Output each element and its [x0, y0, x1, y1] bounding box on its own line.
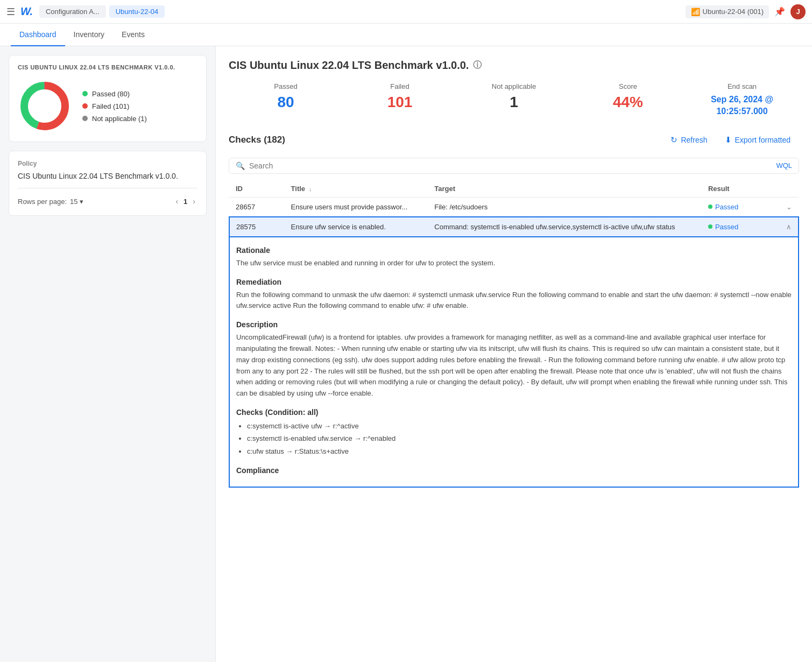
row2-result-label: Passed	[715, 223, 738, 231]
passed-label: Passed (80)	[92, 90, 130, 98]
row1-expand-icon[interactable]: ⌄	[778, 203, 792, 211]
stat-na: Not applicable 1	[457, 82, 571, 118]
main-layout: CIS UBUNTU LINUX 22.04 LTS BENCHMARK V1.…	[0, 46, 812, 662]
search-input[interactable]	[249, 161, 772, 170]
policy-value: CIS Ubuntu Linux 22.04 LTS Benchmark v1.…	[18, 172, 197, 188]
refresh-button[interactable]: ↻ Refresh	[662, 131, 716, 149]
info-icon[interactable]: ⓘ	[473, 60, 482, 71]
compliance-title: Compliance	[236, 466, 792, 475]
row2-passed-dot	[708, 224, 712, 229]
row1-result-label: Passed	[715, 203, 738, 211]
sort-title-icon: ↓	[309, 186, 312, 192]
donut-chart	[18, 79, 72, 133]
stat-failed-label: Failed	[343, 82, 457, 90]
wql-button[interactable]: WQL	[776, 161, 792, 170]
row1-title: Ensure users must provide passwor...	[285, 197, 428, 217]
row2-collapse-icon[interactable]: ∧	[778, 223, 792, 231]
checks-actions: ↻ Refresh ⬇ Export formatted	[662, 131, 799, 149]
wifi-icon: 📶	[691, 8, 700, 16]
row1-target: File: /etc/sudoers	[428, 197, 702, 217]
row2-target-label: Command:	[434, 223, 469, 231]
breadcrumb: Configuration A... Ubuntu-22-04	[39, 5, 686, 18]
chart-legend: Passed (80) Failed (101) Not applicable …	[82, 90, 147, 123]
search-icon: 🔍	[236, 161, 245, 170]
failed-label: Failed (101)	[92, 102, 129, 110]
chart-area: Passed (80) Failed (101) Not applicable …	[18, 79, 197, 133]
export-button[interactable]: ⬇ Export formatted	[716, 131, 800, 149]
row2-title: Ensure ufw service is enabled.	[285, 217, 428, 237]
row1-id: 28657	[229, 197, 285, 217]
col-result: Result	[702, 180, 799, 198]
search-bar: 🔍 WQL	[229, 158, 799, 174]
row2-result-passed: Passed ∧	[708, 223, 792, 231]
page-number: 1	[183, 198, 187, 206]
na-label: Not applicable (1)	[92, 115, 147, 123]
content-title-row: CIS Ubuntu Linux 22.04 LTS Benchmark v1.…	[229, 59, 799, 72]
description-text: UncomplicatedFirewall (ufw) is a fronten…	[236, 332, 792, 399]
remediation-title: Remediation	[236, 278, 792, 286]
check-item-1: c:systemctl is-active ufw → r:^active	[247, 420, 792, 432]
logo: W.	[20, 5, 33, 18]
nav-inventory[interactable]: Inventory	[65, 24, 114, 46]
checks-title: Checks (182)	[229, 135, 285, 145]
row1-result: Passed ⌄	[702, 197, 799, 217]
stat-score: Score 44%	[571, 82, 685, 118]
breadcrumb-tab-config[interactable]: Configuration A...	[39, 5, 106, 18]
policy-card: Policy CIS Ubuntu Linux 22.04 LTS Benchm…	[9, 151, 207, 216]
stat-score-value: 44%	[571, 94, 685, 111]
node-label: Ubuntu-22-04 (001)	[703, 8, 764, 16]
col-id: ID	[229, 180, 285, 198]
policy-label: Policy	[18, 160, 197, 167]
checks-condition-list: c:systemctl is-active ufw → r:^active c:…	[247, 420, 792, 457]
legend-na: Not applicable (1)	[82, 115, 147, 123]
stat-end-scan-label: End scan	[685, 82, 799, 90]
rows-label: Rows per page:	[18, 198, 67, 206]
row1-result-passed: Passed ⌄	[708, 203, 792, 211]
check-item-2: c:systemctl is-enabled ufw.service → r:^…	[247, 432, 792, 445]
breadcrumb-tab-ubuntu[interactable]: Ubuntu-22-04	[109, 5, 165, 18]
checks-table: ID Title ↓ Target Result 28657 Ensure us…	[229, 180, 799, 488]
pagination-row: Rows per page: 15 ▾ ‹ 1 ›	[18, 196, 197, 207]
pin-icon[interactable]: 📌	[774, 6, 785, 17]
detail-section: Rationale The ufw service must be enable…	[230, 246, 798, 487]
expanded-detail-cell: Rationale The ufw service must be enable…	[229, 237, 799, 487]
stat-na-value: 1	[457, 94, 571, 111]
legend-passed: Passed (80)	[82, 90, 147, 98]
prev-page-button[interactable]: ‹	[173, 196, 180, 207]
export-icon: ⬇	[725, 135, 732, 145]
table-row[interactable]: 28657 Ensure users must provide passwor.…	[229, 197, 799, 217]
avatar: J	[790, 4, 806, 19]
nav-events[interactable]: Events	[113, 24, 153, 46]
pagination: ‹ 1 ›	[173, 196, 197, 207]
checks-condition-title: Checks (Condition: all)	[236, 408, 792, 417]
row2-target-value: systemctl is-enabled ufw.service,systemc…	[470, 223, 675, 231]
stat-passed-label: Passed	[229, 82, 343, 90]
nav-dashboard[interactable]: Dashboard	[11, 24, 65, 46]
refresh-icon: ↻	[670, 135, 677, 145]
benchmark-card: CIS UBUNTU LINUX 22.04 LTS BENCHMARK V1.…	[9, 55, 207, 142]
remediation-text: Run the following command to unmask the …	[236, 290, 792, 312]
description-title: Description	[236, 320, 792, 329]
passed-dot	[82, 91, 88, 96]
na-dot	[82, 116, 88, 121]
chevron-down-icon: ▾	[80, 198, 83, 206]
col-target: Target	[428, 180, 702, 198]
topbar: ☰ W. Configuration A... Ubuntu-22-04 📶 U…	[0, 0, 812, 24]
stat-end-scan: End scan Sep 26, 2024 @ 10:25:57.000	[685, 82, 799, 118]
checks-header: Checks (182) ↻ Refresh ⬇ Export formatte…	[229, 131, 799, 149]
next-page-button[interactable]: ›	[190, 196, 197, 207]
sidebar: CIS UBUNTU LINUX 22.04 LTS BENCHMARK V1.…	[0, 46, 215, 662]
row2-target: Command: systemctl is-enabled ufw.servic…	[428, 217, 702, 237]
page-title: CIS Ubuntu Linux 22.04 LTS Benchmark v1.…	[229, 59, 469, 72]
rows-select[interactable]: 15 ▾	[70, 198, 83, 206]
row1-target-label: File:	[434, 203, 448, 211]
refresh-label: Refresh	[681, 136, 707, 144]
table-row-expanded[interactable]: 28575 Ensure ufw service is enabled. Com…	[229, 217, 799, 237]
stat-end-scan-value: Sep 26, 2024 @ 10:25:57.000	[685, 94, 799, 118]
rows-value: 15	[70, 198, 77, 206]
col-title: Title ↓	[285, 180, 428, 198]
hamburger-icon[interactable]: ☰	[6, 6, 15, 18]
row1-passed-dot	[708, 205, 712, 209]
stat-failed-value: 101	[343, 94, 457, 111]
row2-id: 28575	[229, 217, 285, 237]
